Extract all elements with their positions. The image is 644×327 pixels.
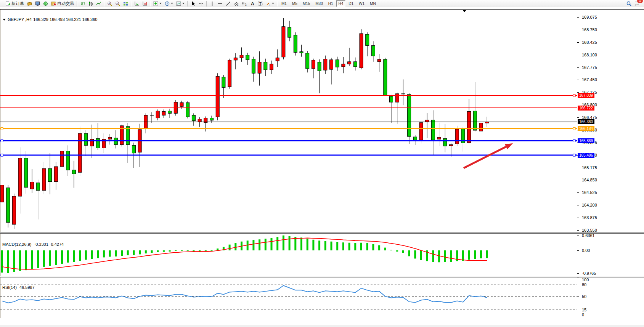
label-button[interactable]: T [256, 0, 264, 7]
price-tag-167.039: 167.039 [578, 93, 594, 98]
candle [371, 45, 375, 56]
text-button[interactable]: A [248, 0, 256, 7]
candle [264, 62, 267, 70]
crosshair-button[interactable] [197, 0, 205, 7]
notifications-button[interactable]: 1 [633, 0, 641, 7]
macd-bar [25, 250, 27, 270]
timeframe-m30-button[interactable]: M30 [313, 0, 325, 7]
price-axis-tickmark [577, 205, 579, 205]
dropdown-arrow-icon[interactable] [159, 3, 162, 4]
chart-shift-button[interactable] [141, 0, 149, 7]
candle [258, 62, 261, 73]
rsi-panel[interactable] [0, 277, 577, 318]
one-click-trading-toggle-icon[interactable] [3, 19, 6, 21]
arrows-button[interactable] [264, 0, 276, 7]
candle [288, 27, 291, 37]
candle [198, 119, 201, 122]
toolbar-separator [104, 1, 104, 6]
indicators-icon [153, 1, 158, 6]
line-handle[interactable] [1, 128, 3, 130]
macd-bar [414, 250, 416, 258]
periods-button[interactable] [163, 0, 175, 7]
line-handle[interactable] [573, 95, 575, 97]
toolbar-grip[interactable] [2, 1, 3, 6]
horizontal-line-button[interactable] [216, 0, 224, 7]
timeframe-h4-button[interactable]: H4 [336, 0, 346, 7]
tile-windows-button[interactable] [122, 0, 130, 7]
price-chart[interactable] [0, 10, 577, 232]
indicators-button[interactable] [152, 0, 163, 7]
dropdown-arrow-icon[interactable] [272, 3, 274, 4]
toolbar-separator [150, 1, 151, 6]
search-button[interactable] [625, 0, 633, 7]
zoom-out-button[interactable] [114, 0, 122, 7]
line-chart-button[interactable] [95, 0, 103, 7]
cursor-button[interactable] [189, 0, 197, 7]
channel-button[interactable]: E [232, 0, 240, 7]
macd-bar [43, 250, 45, 267]
fibo-icon: F [242, 1, 247, 6]
line-handle[interactable] [1, 154, 3, 156]
timeframe-m15-button[interactable]: M15 [300, 0, 312, 7]
macd-bar [37, 250, 39, 268]
macd-bar [181, 250, 183, 251]
macd-panel[interactable] [0, 234, 577, 276]
auto-scroll-button[interactable] [133, 0, 141, 7]
trend-arrow-head[interactable] [505, 143, 513, 149]
candle [467, 111, 471, 143]
candle [156, 111, 159, 118]
price-axis-label: 164.200 [582, 203, 597, 207]
candle [228, 60, 231, 87]
line-handle[interactable] [573, 154, 575, 156]
candle [144, 115, 148, 128]
line-handle[interactable] [1, 139, 3, 142]
candle [78, 133, 82, 172]
macd-bar [396, 250, 398, 252]
dropdown-arrow-icon[interactable] [182, 3, 185, 4]
timeframe-d1-button[interactable]: D1 [346, 0, 356, 7]
candlestick-series [0, 18, 489, 229]
rsi-axis-tickmark [577, 277, 579, 277]
candle [473, 111, 477, 130]
candles-icon [88, 1, 93, 6]
new-order-button[interactable]: 新订单 [4, 0, 26, 7]
trend-arrow[interactable] [464, 147, 506, 168]
label-t-icon: T [258, 1, 263, 6]
macd-bar [420, 250, 422, 260]
signals-icon [43, 1, 48, 6]
cursor-icon [191, 1, 196, 6]
autotrading-button[interactable]: 自动交易 [50, 0, 75, 7]
macd-bar [91, 250, 93, 259]
market-watch-button[interactable] [34, 0, 42, 7]
profiles-button[interactable] [26, 0, 34, 7]
candlestick-chart-button[interactable] [87, 0, 95, 7]
bar-chart-button[interactable] [79, 0, 87, 7]
macd-legend: MACD(12,26,9) -0.3301 -0.4274 [2, 242, 65, 247]
candle [168, 111, 172, 113]
macd-bar [139, 250, 141, 254]
fibonacci-button[interactable]: F [240, 0, 248, 7]
timeframe-w1-button[interactable]: W1 [357, 0, 367, 7]
price-tag-165.869: 165.869 [578, 138, 594, 143]
zoom-in-button[interactable] [106, 0, 114, 7]
trendline-button[interactable] [224, 0, 232, 7]
candle [186, 103, 190, 117]
chart-window[interactable]: GBPJPY-,H4 166.329 166.493 166.221 166.3… [0, 7, 644, 327]
timeframe-m5-button[interactable]: M5 [290, 0, 300, 7]
toolbar-separator [206, 1, 207, 6]
templates-button[interactable] [175, 0, 186, 7]
dropdown-arrow-icon[interactable] [171, 3, 173, 4]
timeframe-h1-button[interactable]: H1 [326, 0, 336, 7]
rsi-axis-label: 0 [582, 313, 584, 317]
timeframe-m1-button[interactable]: M1 [279, 0, 289, 7]
macd-bar [205, 250, 207, 251]
tile-icon [123, 1, 128, 6]
timeframe-mn-button[interactable]: MN [368, 0, 378, 7]
macd-bar [336, 242, 338, 250]
signals-button[interactable] [42, 0, 50, 7]
chart-shift-marker[interactable] [463, 10, 466, 12]
vertical-line-button[interactable] [208, 0, 216, 7]
line-handle[interactable] [573, 128, 575, 130]
candle [408, 95, 411, 136]
line-handle[interactable] [573, 139, 575, 142]
